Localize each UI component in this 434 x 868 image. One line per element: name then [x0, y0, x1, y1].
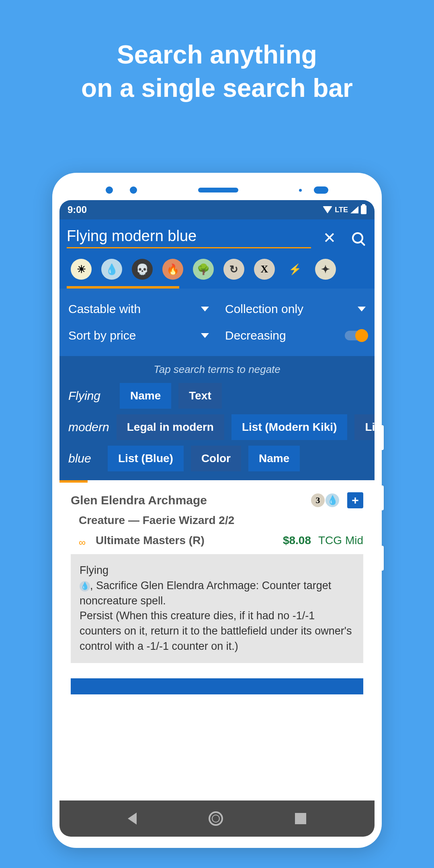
- battery-icon: [361, 205, 366, 214]
- mana-white-icon[interactable]: ☀: [71, 259, 92, 280]
- castable-label: Castable with: [68, 302, 141, 316]
- mana-icon-row: ☀ 💧 💀 🔥 🌳 ↻ X ⚡ ✦: [67, 248, 367, 285]
- term-label: Flying: [68, 389, 113, 403]
- promo-heading: Search anything on a single search bar: [0, 0, 434, 105]
- search-row: ✕: [67, 227, 367, 248]
- chip-list-modern-kiki[interactable]: List (Modern Kiki): [231, 414, 347, 440]
- phone-side-buttons: [381, 425, 384, 571]
- set-icon: ∞: [79, 537, 92, 544]
- filter-panel: Castable with Collection only Sort by pr…: [59, 289, 375, 356]
- price-source: TCG Mid: [318, 534, 363, 547]
- notch-dot: [106, 186, 113, 194]
- chip-name[interactable]: Name: [120, 383, 171, 409]
- network-label: LTE: [335, 206, 348, 214]
- signal-icon: [350, 206, 358, 213]
- chip-legal-modern[interactable]: Legal in modern: [117, 414, 224, 440]
- mana-spark-icon[interactable]: ✦: [315, 259, 336, 280]
- search-button[interactable]: [348, 228, 367, 248]
- nav-home-button[interactable]: [209, 811, 223, 826]
- mana-x-icon[interactable]: X: [254, 259, 275, 280]
- chip-list-blue[interactable]: List (Blue): [108, 446, 184, 471]
- term-row: Flying Name Text: [68, 383, 366, 409]
- notch-camera: [299, 189, 302, 192]
- chip-partial[interactable]: Li: [354, 414, 375, 440]
- chevron-down-icon: [201, 333, 209, 338]
- clear-button[interactable]: ✕: [320, 228, 339, 248]
- card-result[interactable]: Glen Elendra Archmage 3 💧 + Creature — F…: [59, 483, 375, 673]
- card-mana-cost: 3 💧 +: [311, 492, 363, 508]
- chip-name[interactable]: Name: [248, 446, 300, 471]
- collection-label: Collection only: [225, 302, 303, 316]
- notch-dot: [130, 186, 137, 194]
- nav-recent-button[interactable]: [295, 813, 306, 824]
- term-label: modern: [68, 420, 109, 434]
- chevron-down-icon: [201, 307, 209, 311]
- castable-dropdown[interactable]: Castable with: [68, 302, 209, 316]
- nav-back-button[interactable]: [128, 813, 137, 825]
- chevron-down-icon: [358, 307, 366, 311]
- search-input[interactable]: [67, 227, 311, 245]
- card-footer-strip: [71, 678, 363, 694]
- card-text-persist: Persist (When this creature dies, if it …: [80, 608, 354, 654]
- card-set-name: Ultimate Masters (R): [96, 534, 279, 547]
- chip-text[interactable]: Text: [178, 383, 222, 409]
- phone-notch: [59, 180, 375, 200]
- wifi-icon: [323, 206, 332, 213]
- direction-toggle-row: Decreasing: [225, 329, 366, 342]
- mana-bolt-icon[interactable]: ⚡: [285, 259, 305, 280]
- search-input-wrap[interactable]: [67, 227, 311, 248]
- notch-sensor: [314, 186, 328, 194]
- search-terms-panel: Tap search terms to negate Flying Name T…: [59, 356, 375, 480]
- card-price: $8.08: [283, 534, 311, 547]
- terms-hint: Tap search terms to negate: [68, 363, 366, 376]
- sort-dropdown[interactable]: Sort by price: [68, 329, 209, 342]
- android-nav-bar: [59, 800, 375, 837]
- mana-blue-icon[interactable]: 💧: [101, 259, 122, 280]
- card-text-ability: 💧, Sacrifice Glen Elendra Archmage: Coun…: [80, 578, 354, 609]
- card-name: Glen Elendra Archmage: [71, 493, 207, 507]
- app-bar: ✕ ☀ 💧 💀 🔥 🌳 ↻ X ⚡ ✦: [59, 219, 375, 289]
- screen: 9:00 LTE ✕ ☀ 💧: [59, 200, 375, 837]
- mana-black-icon[interactable]: 💀: [132, 259, 153, 280]
- chip-color[interactable]: Color: [191, 446, 241, 471]
- mana-blue-inline-icon: 💧: [80, 581, 90, 592]
- promo-line-2: on a single search bar: [0, 72, 434, 105]
- card-type-line: Creature — Faerie Wizard 2/2: [79, 514, 363, 527]
- mana-red-icon[interactable]: 🔥: [162, 259, 183, 280]
- promo-line-1: Search anything: [0, 38, 434, 72]
- mana-green-icon[interactable]: 🌳: [193, 259, 214, 280]
- mana-blue-icon: 💧: [326, 493, 339, 507]
- term-label: blue: [68, 452, 100, 465]
- notch-speaker: [198, 188, 238, 192]
- status-time: 9:00: [68, 204, 87, 215]
- term-row: blue List (Blue) Color Name: [68, 446, 366, 471]
- collection-dropdown[interactable]: Collection only: [225, 302, 366, 316]
- term-row: modern Legal in modern List (Modern Kiki…: [68, 414, 366, 440]
- search-icon: [352, 232, 363, 244]
- add-card-button[interactable]: +: [347, 492, 363, 508]
- direction-label: Decreasing: [225, 329, 286, 342]
- card-text-box: Flying 💧, Sacrifice Glen Elendra Archmag…: [71, 554, 363, 663]
- sort-label: Sort by price: [68, 329, 136, 342]
- status-bar: 9:00 LTE: [59, 200, 375, 219]
- phone-frame: 9:00 LTE ✕ ☀ 💧: [52, 173, 382, 848]
- direction-toggle[interactable]: [345, 331, 366, 340]
- close-icon: ✕: [323, 229, 336, 247]
- status-icons: LTE: [323, 205, 366, 214]
- mana-tap-icon[interactable]: ↻: [223, 259, 244, 280]
- card-text-flying: Flying: [80, 563, 354, 578]
- mana-generic-icon: 3: [311, 493, 325, 507]
